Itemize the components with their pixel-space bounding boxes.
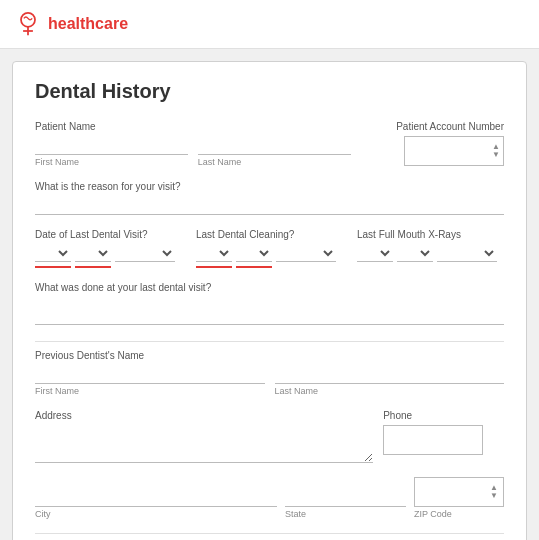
form-title: Dental History <box>35 80 504 103</box>
patient-name-group: Patient Name First Name Last Name <box>35 121 351 167</box>
dentist-name-row: First Name Last Name <box>35 365 504 396</box>
dentist-last-col: Last Name <box>275 365 505 396</box>
dental-month-select[interactable] <box>35 244 71 262</box>
dental-line-2 <box>75 266 111 268</box>
last-done-section: What was done at your last dental visit? <box>35 282 504 327</box>
cleaning-year-select[interactable] <box>276 244 336 262</box>
reason-label: What is the reason for your visit? <box>35 181 504 192</box>
first-name-col: First Name <box>35 136 188 167</box>
last-xray-label: Last Full Mouth X-Rays <box>357 229 504 240</box>
zip-input[interactable] <box>420 486 480 498</box>
prev-dentist-section: Previous Dentist's Name First Name Last … <box>35 350 504 396</box>
phone-group: Phone <box>383 410 504 455</box>
account-spinner[interactable]: ▲ ▼ <box>492 143 500 159</box>
dentist-first-label: First Name <box>35 386 265 396</box>
first-name-input[interactable] <box>35 136 188 155</box>
patient-account-box: ▲ ▼ <box>404 136 504 166</box>
dentist-first-col: First Name <box>35 365 265 396</box>
address-group: Address <box>35 410 373 463</box>
xray-day-col <box>397 244 433 262</box>
xray-month-col <box>357 244 393 262</box>
dental-line-1 <box>35 266 71 268</box>
dental-year-select[interactable] <box>115 244 175 262</box>
last-cleaning-group: Last Dental Cleaning? <box>196 229 343 268</box>
last-dental-inputs <box>35 244 182 262</box>
state-input[interactable] <box>285 488 406 507</box>
last-done-label: What was done at your last dental visit? <box>35 282 504 293</box>
city-input[interactable] <box>35 488 277 507</box>
last-name-col: Last Name <box>198 136 351 167</box>
divider-1 <box>35 341 504 342</box>
cleaning-month-col <box>196 244 232 262</box>
xray-month-select[interactable] <box>357 244 393 262</box>
zip-label: ZIP Code <box>414 509 504 519</box>
address-phone-section: Address Phone <box>35 410 504 463</box>
dentist-first-input[interactable] <box>35 365 265 384</box>
xray-day-select[interactable] <box>397 244 433 262</box>
dental-year-col <box>115 244 175 262</box>
dentist-last-label: Last Name <box>275 386 505 396</box>
zip-spinner[interactable]: ▲ ▼ <box>490 484 498 500</box>
logo-icon <box>14 10 42 38</box>
cleaning-line-2 <box>236 266 272 268</box>
last-name-input[interactable] <box>198 136 351 155</box>
logo-text: healthcare <box>48 15 128 33</box>
state-group: State <box>285 488 406 519</box>
cleaning-day-col <box>236 244 272 262</box>
form-card: Dental History Patient Name First Name L… <box>12 61 527 540</box>
cleaning-red-lines <box>196 264 343 268</box>
city-label: City <box>35 509 277 519</box>
dental-red-lines <box>35 264 182 268</box>
city-group: City <box>35 488 277 519</box>
cleaning-month-select[interactable] <box>196 244 232 262</box>
last-xray-inputs <box>357 244 504 262</box>
dental-month-col <box>35 244 71 262</box>
cleaning-year-col <box>276 244 336 262</box>
last-dental-group: Date of Last Dental Visit? <box>35 229 182 268</box>
divider-2 <box>35 533 504 534</box>
state-label: State <box>285 509 406 519</box>
date-fields-section: Date of Last Dental Visit? <box>35 229 504 268</box>
last-dental-label: Date of Last Dental Visit? <box>35 229 182 240</box>
reason-input[interactable] <box>35 196 504 215</box>
header: healthcare <box>0 0 539 49</box>
last-done-textarea[interactable] <box>35 297 504 325</box>
cleaning-line-1 <box>196 266 232 268</box>
dental-day-select[interactable] <box>75 244 111 262</box>
address-label: Address <box>35 410 373 421</box>
account-number-group: Patient Account Number ▲ ▼ <box>361 121 504 166</box>
zip-group: ▲ ▼ ZIP Code <box>414 477 504 519</box>
patient-name-label: Patient Name <box>35 121 351 132</box>
dentist-last-input[interactable] <box>275 365 505 384</box>
reason-section: What is the reason for your visit? <box>35 181 504 215</box>
dental-day-col <box>75 244 111 262</box>
last-cleaning-inputs <box>196 244 343 262</box>
name-inputs-row: First Name Last Name <box>35 136 351 167</box>
zip-box: ▲ ▼ <box>414 477 504 507</box>
prev-dentist-label: Previous Dentist's Name <box>35 350 504 361</box>
last-name-label: Last Name <box>198 157 351 167</box>
city-state-zip-section: City State ▲ ▼ ZIP Code <box>35 477 504 519</box>
patient-account-input[interactable] <box>410 145 480 157</box>
first-name-label: First Name <box>35 157 188 167</box>
xray-year-select[interactable] <box>437 244 497 262</box>
address-textarea[interactable] <box>35 425 373 463</box>
cleaning-day-select[interactable] <box>236 244 272 262</box>
svg-point-0 <box>21 13 35 27</box>
patient-name-section: Patient Name First Name Last Name Patien… <box>35 121 504 167</box>
phone-input[interactable] <box>383 425 483 455</box>
last-xray-group: Last Full Mouth X-Rays <box>357 229 504 268</box>
phone-label: Phone <box>383 410 412 421</box>
last-cleaning-label: Last Dental Cleaning? <box>196 229 343 240</box>
account-number-label: Patient Account Number <box>396 121 504 132</box>
xray-year-col <box>437 244 497 262</box>
